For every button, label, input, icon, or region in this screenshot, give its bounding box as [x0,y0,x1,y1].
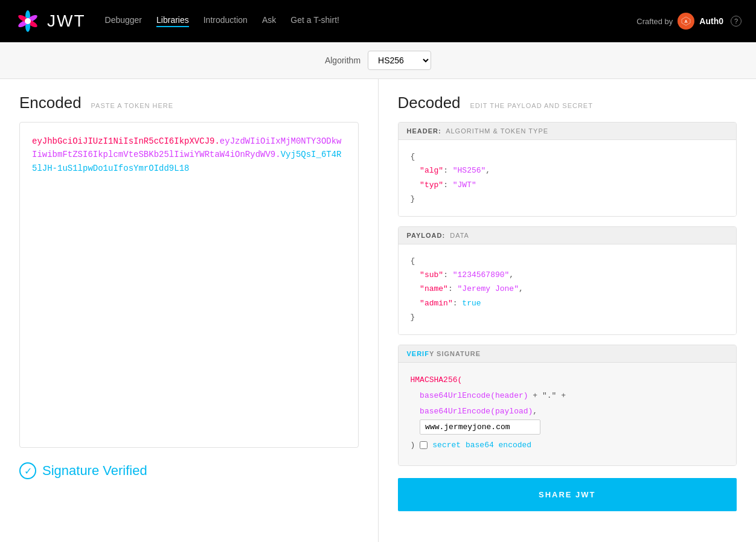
header-sublabel: ALGORITHM & TOKEN TYPE [446,127,548,135]
verify-fn: HMACSHA256( [411,375,463,384]
payload-sublabel: DATA [450,232,469,239]
payload-admin-value: true [462,299,481,308]
encoded-token-box[interactable]: eyJhbGciOiJIUzI1NiIsInR5cCI6IkpXVCJ9.eyJ… [19,122,359,448]
decoded-header: Decoded EDIT THE PAYLOAD AND SECRET [398,94,737,112]
auth0-icon: A [681,16,691,26]
svg-text:A: A [685,19,688,24]
header-typ-key: "typ" [420,180,443,190]
encoded-panel: Encoded PASTE A TOKEN HERE eyJhbGciOiJIU… [0,79,379,542]
nav-ask[interactable]: Ask [262,15,276,27]
header-body[interactable]: { "alg": "HS256", "typ": "JWT" } [399,140,737,216]
navbar-links: Debugger Libraries Introduction Ask Get … [105,15,339,27]
payload-body[interactable]: { "sub": "1234567890", "name": "Jeremy J… [399,244,737,334]
close-paren: ) [411,438,415,453]
signature-verified: ✓ Signature Verified [19,462,359,479]
encoded-header: Encoded PASTE A TOKEN HERE [19,94,359,112]
header-label: HEADER: [407,127,441,135]
payload-sub-value: "1234567890" [453,270,510,279]
dot1: . [214,136,219,146]
verify-op1: + "." + [533,391,566,400]
nav-introduction[interactable]: Introduction [203,15,248,27]
encoded-title: Encoded [19,94,82,112]
secret-input[interactable] [420,419,540,435]
help-icon[interactable]: ? [731,16,742,27]
dot2: . [275,150,280,159]
header-alg-value: "HS256" [453,166,486,175]
algorithm-label: Algorithm [325,56,360,65]
verify-body: HMACSHA256( base64UrlEncode(header) + ".… [399,363,737,465]
nav-tshirt[interactable]: Get a T-shirt! [290,15,339,27]
token-part-header: eyJhbGciOiJIUzI1NiIsInR5cCI6IkpXVCJ9 [32,136,214,146]
header-section-label: HEADER: ALGORITHM & TOKEN TYPE [399,123,737,140]
payload-label: PAYLOAD: [407,232,446,239]
payload-close-brace: } [411,313,415,322]
verify-line2: base64UrlEncode(payload) [420,407,533,416]
main-content: Encoded PASTE A TOKEN HERE eyJhbGciOiJIU… [0,79,756,542]
verify-section: VERIFY SIGNATURE HMACSHA256( base64UrlEn… [398,345,737,466]
header-section: HEADER: ALGORITHM & TOKEN TYPE { "alg": … [398,122,737,217]
payload-name-key: "name" [420,284,448,293]
verify-label-rest: Y SIGNATURE [429,350,481,357]
crafted-by-label: Crafted by [636,17,673,26]
check-circle-icon: ✓ [19,462,36,479]
share-jwt-button[interactable]: SHARE JWT [398,478,737,511]
auth0-badge: A [678,13,694,30]
payload-open-brace: { [411,257,415,266]
auth0-name[interactable]: Auth0 [699,16,723,26]
svg-point-6 [25,18,31,24]
payload-section-label: PAYLOAD: DATA [399,227,737,244]
checkbox-label[interactable]: secret base64 encoded [432,438,531,453]
verify-comma: , [533,407,537,416]
payload-name-value: "Jeremy Jone" [458,284,519,293]
verify-footer: ) secret base64 encoded [411,435,725,456]
decoded-panel: Decoded EDIT THE PAYLOAD AND SECRET HEAD… [379,79,757,542]
logo[interactable]: JWT [14,8,86,34]
verify-label-colored: VERIF [407,350,429,357]
signature-verified-text: Signature Verified [42,463,147,479]
payload-sub-key: "sub" [420,270,443,279]
navbar-right: Crafted by A Auth0 ? [636,13,742,30]
verify-header-label: VERIFY SIGNATURE [399,345,737,363]
payload-section: PAYLOAD: DATA { "sub": "1234567890", "na… [398,226,737,335]
decoded-title: Decoded [398,94,461,112]
algorithm-select[interactable]: HS256 HS384 HS512 RS256 RS384 RS512 [368,51,431,70]
nav-debugger[interactable]: Debugger [105,15,143,27]
navbar-left: JWT Debugger Libraries Introduction Ask … [14,8,339,34]
header-close-brace: } [411,194,415,203]
navbar: JWT Debugger Libraries Introduction Ask … [0,0,756,42]
logo-text: JWT [47,11,86,31]
header-typ-value: "JWT" [453,180,476,190]
verify-line1: base64UrlEncode(header) [420,391,528,400]
base64-checkbox[interactable] [420,441,428,449]
header-open-brace: { [411,152,415,161]
encoded-subtitle: PASTE A TOKEN HERE [91,102,174,109]
nav-libraries[interactable]: Libraries [156,15,189,27]
jwt-logo-icon [14,8,41,34]
payload-admin-key: "admin" [420,299,453,308]
header-alg-key: "alg" [420,166,443,175]
decoded-subtitle: EDIT THE PAYLOAD AND SECRET [470,102,592,109]
algorithm-bar: Algorithm HS256 HS384 HS512 RS256 RS384 … [0,42,756,79]
